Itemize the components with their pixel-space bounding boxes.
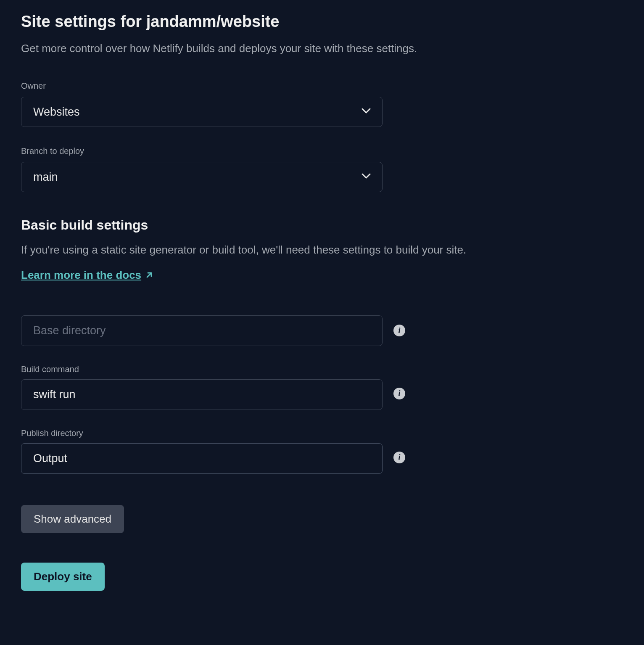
base-directory-input[interactable] [21,315,383,346]
info-icon[interactable]: i [393,452,405,463]
publish-directory-label: Publish directory [21,428,383,438]
build-command-label: Build command [21,365,383,374]
external-link-icon [145,269,153,282]
build-command-input[interactable] [21,379,383,410]
deploy-site-button[interactable]: Deploy site [21,563,105,591]
owner-select[interactable]: Websites [21,97,383,127]
build-settings-subtitle: If you're using a static site generator … [21,242,623,257]
show-advanced-button[interactable]: Show advanced [21,505,124,533]
branch-label: Branch to deploy [21,146,623,156]
docs-link[interactable]: Learn more in the docs [21,269,153,282]
docs-link-text: Learn more in the docs [21,269,141,282]
page-title: Site settings for jandamm/website [21,13,623,31]
info-icon[interactable]: i [393,325,405,336]
branch-select[interactable]: main [21,162,383,192]
info-icon[interactable]: i [393,388,405,399]
build-settings-heading: Basic build settings [21,217,623,233]
publish-directory-input[interactable] [21,443,383,474]
owner-label: Owner [21,81,623,91]
page-subtitle: Get more control over how Netlify builds… [21,41,623,56]
